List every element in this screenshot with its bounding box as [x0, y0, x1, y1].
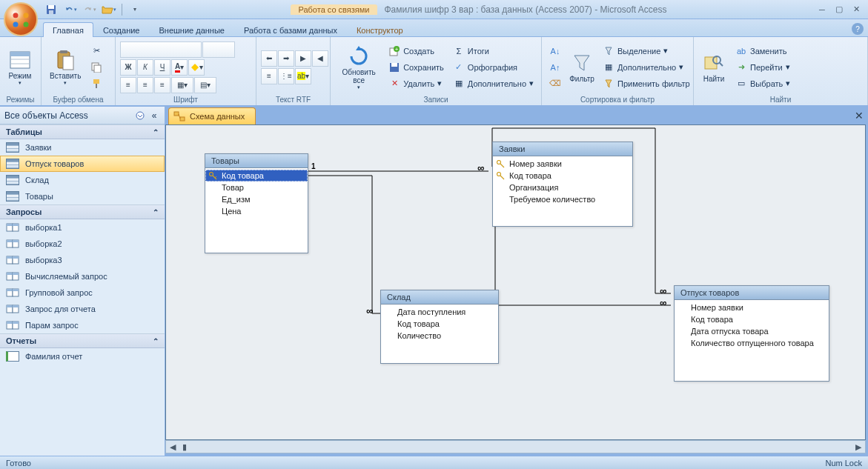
font-size[interactable] [202, 41, 235, 58]
db-field[interactable]: Дата поступления [381, 306, 498, 318]
db-field[interactable]: Организация [493, 182, 632, 193]
table-row[interactable]: Товары [0, 188, 165, 204]
gridlines-button[interactable]: ▦▾ [171, 77, 193, 93]
help-button[interactable]: ? [852, 23, 864, 35]
save-icon[interactable] [43, 2, 59, 17]
tab-external[interactable]: Внешние данные [150, 22, 234, 37]
tab-dbtools[interactable]: Работа с базами данных [234, 22, 347, 37]
db-table-tovary[interactable]: Товары Код товара Товар Ед_изм Цена [205, 153, 308, 253]
goto-button[interactable]: ➜Перейти ▾ [732, 59, 793, 76]
selection-button[interactable]: Выделение ▾ [600, 43, 693, 59]
sort-desc-button[interactable]: A↑ [546, 59, 564, 76]
query-row[interactable]: Вычисляемый запрос [0, 268, 165, 285]
qat-customize[interactable]: ▾ [127, 2, 143, 17]
more-button[interactable]: ▦Дополнительно ▾ [450, 76, 537, 92]
table-row[interactable]: Заявки [0, 139, 165, 156]
undo-icon[interactable]: ▾ [62, 2, 79, 17]
db-table-header[interactable]: Товары [205, 154, 308, 168]
save-record-button[interactable]: Сохранить [385, 59, 447, 76]
query-row[interactable]: Парам запрос [0, 317, 165, 333]
db-field[interactable]: Ед_изм [205, 193, 308, 205]
db-field[interactable]: Цена [205, 205, 308, 217]
tab-create[interactable]: Создание [93, 22, 150, 37]
db-field[interactable]: Требуемое количество [493, 193, 632, 205]
font-color-button[interactable]: А▾ [171, 59, 188, 76]
relationships-canvas[interactable]: 1 ∞ ∞ ∞ ∞ Товары Код товара Товар Ед_изм… [165, 124, 866, 440]
db-table-sklad[interactable]: Склад Дата поступления Код товара Количе… [380, 290, 499, 364]
nav-dropdown-icon[interactable] [134, 110, 146, 122]
tab-constructor[interactable]: Конструктор [347, 22, 413, 37]
db-field[interactable]: Товар [205, 182, 308, 193]
paste-button[interactable]: Вставить▾ [46, 41, 85, 93]
db-field[interactable]: Код товара [493, 170, 632, 182]
bold-button[interactable]: Ж [120, 59, 136, 76]
align-left-button[interactable]: ≡ [120, 77, 136, 93]
db-table-header[interactable]: Склад [381, 290, 498, 305]
nav-section-tables[interactable]: Таблицы⌃ [0, 124, 165, 139]
rtl-button[interactable]: ◀ [312, 50, 328, 67]
query-row[interactable]: выборка3 [0, 252, 165, 268]
nav-section-queries[interactable]: Запросы⌃ [0, 204, 165, 219]
query-row[interactable]: выборка2 [0, 236, 165, 252]
horizontal-scrollbar[interactable]: ◀ ▮ ▶ [165, 440, 866, 453]
open-icon[interactable]: ▾ [101, 2, 117, 17]
db-field[interactable]: Код товара [675, 313, 829, 325]
select-button[interactable]: ▭Выбрать ▾ [732, 76, 793, 92]
align-center-button[interactable]: ≡ [137, 77, 153, 93]
table-row[interactable]: Склад [0, 172, 165, 188]
db-field[interactable]: Количество отпущенного товара [675, 337, 829, 349]
redo-icon[interactable]: ▾ [82, 2, 98, 17]
table-row[interactable]: Отпуск товаров [0, 156, 165, 172]
highlight-button[interactable]: ab▾ [295, 68, 311, 84]
scroll-left-icon[interactable]: ◀ [166, 441, 179, 453]
query-row[interactable]: Запрос для отчета [0, 301, 165, 317]
close-button[interactable]: ✕ [849, 4, 864, 16]
db-table-zayavki[interactable]: Заявки Номер заявки Код товара Организац… [492, 142, 633, 227]
ltr-button[interactable]: ▶ [295, 50, 311, 67]
totals-button[interactable]: ΣИтоги [450, 43, 537, 59]
italic-button[interactable]: К [137, 59, 153, 76]
copy-button[interactable] [87, 59, 105, 76]
refresh-all-button[interactable]: Обновить все▾ [335, 41, 382, 93]
increase-indent[interactable]: ➡ [278, 50, 294, 67]
maximize-button[interactable]: ▢ [832, 4, 847, 16]
db-field[interactable]: Количество [381, 330, 498, 342]
font-family[interactable] [120, 41, 202, 58]
underline-button[interactable]: Ч [154, 59, 170, 76]
report-row[interactable]: Фамилия отчет [0, 348, 165, 365]
fill-color-button[interactable]: ▾ [188, 59, 205, 76]
db-field[interactable]: Номер заявки [675, 302, 829, 313]
align-right-button[interactable]: ≡ [154, 77, 170, 93]
db-field[interactable]: Номер заявки [493, 158, 632, 170]
altrow-button[interactable]: ▤▾ [194, 77, 216, 93]
bullets-button[interactable]: ⋮≡ [278, 68, 294, 84]
replace-button[interactable]: abЗаменить [732, 43, 793, 59]
db-table-header[interactable]: Отпуск товаров [675, 286, 829, 300]
nav-section-reports[interactable]: Отчеты⌃ [0, 333, 165, 348]
db-table-header[interactable]: Заявки [493, 142, 632, 156]
filter-button[interactable]: Фильтр [567, 41, 597, 93]
office-button[interactable] [4, 2, 38, 36]
query-row[interactable]: Групповой запрос [0, 285, 165, 301]
minimize-button[interactable]: ─ [815, 4, 829, 16]
clear-sort-button[interactable]: ⌫ [546, 76, 564, 92]
db-table-otpusk[interactable]: Отпуск товаров Номер заявки Код товара Д… [674, 285, 829, 382]
sort-asc-button[interactable]: A↓ [546, 43, 564, 59]
nav-header[interactable]: Все объекты Access « [0, 107, 165, 124]
new-record-button[interactable]: +Создать [385, 43, 447, 59]
find-button[interactable]: Найти [698, 41, 729, 93]
format-painter-button[interactable] [87, 76, 105, 92]
numbering-button[interactable]: ≡ [261, 68, 277, 84]
doc-tab-schema[interactable]: Схема данных [168, 107, 256, 124]
tab-home[interactable]: Главная [43, 22, 93, 37]
nav-collapse-icon[interactable]: « [148, 110, 160, 122]
spelling-button[interactable]: ✓Орфография [450, 59, 537, 76]
scroll-thumb[interactable]: ▮ [179, 441, 190, 453]
toggle-filter-button[interactable]: Применить фильтр [600, 76, 693, 92]
db-field[interactable]: Дата отпуска товара [675, 325, 829, 337]
mode-button[interactable]: Режим▾ [4, 41, 36, 93]
decrease-indent[interactable]: ⬅ [261, 50, 277, 67]
cut-button[interactable]: ✂ [87, 43, 105, 59]
doc-close-button[interactable]: ✕ [853, 110, 865, 122]
query-row[interactable]: выборка1 [0, 219, 165, 236]
